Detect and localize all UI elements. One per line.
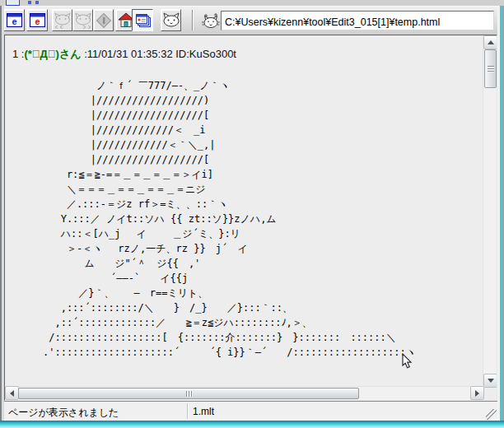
stop-button[interactable] — [93, 9, 114, 31]
scroll-right-button[interactable] — [470, 386, 484, 400]
thumb-grip — [488, 66, 494, 72]
post-datetime-id: :11/01/31 01:35:32 ID:KuSo300t — [82, 48, 236, 60]
stacked-windows-icon — [134, 12, 152, 28]
toolbar: e e — [0, 6, 504, 35]
ie-blue-button[interactable]: e — [3, 9, 25, 31]
mouse-cursor — [402, 353, 413, 370]
svg-text:e: e — [12, 16, 16, 26]
scroll-up-button[interactable] — [483, 35, 497, 49]
app-window: e e — [0, 0, 504, 428]
ascii-art: ノ｀ｆ´ ￣777/―-、_ノ｀ヽ |//////////////////) |… — [43, 78, 416, 360]
status-bar: ページが表示されました 1.mlt — [4, 401, 497, 421]
window-right-border — [497, 6, 504, 421]
horizontal-scroll-thumb[interactable] — [18, 388, 359, 399]
partial-glyph — [35, 1, 39, 4]
horizontal-scrollbar[interactable] — [5, 386, 484, 400]
window-bottom-border — [0, 421, 504, 428]
partial-toolbar-icon — [6, 0, 20, 6]
ie-red-window-icon: e — [30, 13, 45, 27]
left-arrow-icon — [10, 390, 14, 397]
up-arrow-icon — [488, 40, 494, 44]
browser-content: 1 :(*゚Д゚)さん :11/01/31 01:35:32 ID:KuSo30… — [4, 35, 497, 401]
status-filename: 1.mlt — [193, 406, 214, 417]
cat-back-icon — [54, 12, 72, 29]
pages-view-button[interactable] — [132, 9, 153, 31]
cat-throbber-icon — [201, 12, 221, 30]
aa-list-button[interactable] — [161, 9, 181, 31]
partial-glyph — [28, 1, 31, 4]
address-input[interactable] — [221, 11, 494, 30]
toolbar-separator — [192, 10, 194, 30]
forward-button[interactable] — [72, 9, 93, 31]
post-number: 1 : — [12, 48, 24, 60]
post-header: 1 :(*゚Д゚)さん :11/01/31 01:35:32 ID:KuSo30… — [12, 47, 236, 62]
thumb-grip — [186, 391, 193, 397]
scroll-down-button[interactable] — [483, 374, 497, 388]
vertical-scroll-thumb[interactable] — [484, 49, 497, 88]
post-name: (*゚Д゚)さん — [24, 48, 81, 60]
window-left-border — [0, 6, 4, 421]
ie-red-button[interactable]: e — [26, 9, 48, 31]
back-button[interactable] — [52, 9, 72, 31]
svg-text:e: e — [35, 16, 40, 26]
scroll-left-button[interactable] — [5, 386, 19, 400]
status-message: ページが表示されました — [8, 406, 119, 420]
ie-blue-window-icon: e — [7, 13, 22, 27]
right-arrow-icon — [475, 390, 479, 397]
throbber — [200, 10, 221, 31]
vertical-scrollbar[interactable] — [483, 35, 497, 388]
down-arrow-icon — [488, 379, 494, 383]
cat-forward-icon — [74, 12, 92, 29]
resize-grip[interactable] — [486, 409, 497, 420]
status-separator — [187, 403, 189, 419]
cropped-top-strip — [0, 0, 504, 6]
cat-face-icon — [162, 12, 180, 28]
stop-diamond-icon — [96, 12, 112, 29]
